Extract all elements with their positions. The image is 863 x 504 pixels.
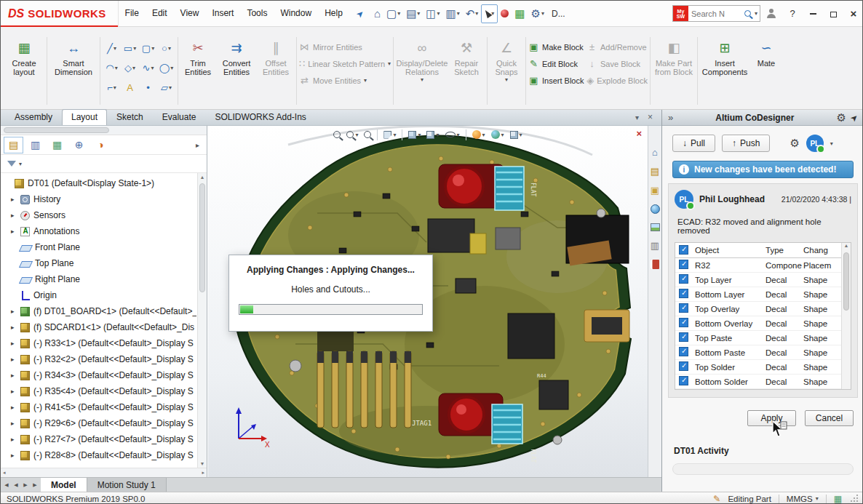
options-table-button[interactable]: ▦	[512, 4, 528, 23]
user-account-icon[interactable]	[766, 9, 776, 19]
table-scrollbar[interactable]: ▲	[841, 243, 851, 389]
design-library-icon[interactable]: ▤	[651, 167, 659, 176]
tree-item[interactable]: ▸ (-) R29<6> (Default<<Default>_Display …	[2, 415, 196, 431]
tree-item[interactable]: ▸ (-) R32<2> (Default<<Default>_Display …	[2, 351, 196, 367]
change-row[interactable]: R32 Compone Placem	[675, 258, 841, 273]
changes-notification[interactable]: i New changes have been detected!	[672, 161, 854, 178]
home-button[interactable]: ⌂	[371, 4, 383, 23]
feature-manager-tab[interactable]: ▤	[4, 137, 23, 153]
row-checkbox[interactable]	[679, 260, 688, 269]
tree-root-item[interactable]: DT01 (Default<Display State-1>)	[2, 175, 196, 191]
settings-button[interactable]: ⚙▾	[528, 4, 547, 23]
view-settings-icon[interactable]: ▾	[510, 131, 522, 139]
restore-button[interactable]	[823, 1, 843, 26]
search-options-icon[interactable]: ▾	[755, 10, 757, 17]
gray-component[interactable]	[496, 228, 520, 249]
mate-button[interactable]: ∽ Mate	[749, 37, 783, 68]
study-tab[interactable]: Model	[41, 478, 87, 492]
trim-entities-button[interactable]: ✂ Trim Entities	[180, 37, 215, 76]
print-button[interactable]: ▥▾	[443, 4, 463, 23]
display-manager-tab[interactable]: ◑	[91, 137, 111, 153]
ic-chip-1[interactable]	[428, 219, 474, 252]
tree-scrollbar-thumb[interactable]	[199, 183, 205, 292]
repair-sketch-button[interactable]: ⚒ Repair Sketch	[448, 37, 485, 76]
custom-properties-icon[interactable]: ▥	[651, 241, 659, 250]
heatsink-top[interactable]	[495, 167, 524, 210]
row-checkbox[interactable]	[679, 318, 688, 327]
tree-item[interactable]: ▸ Annotations	[2, 223, 196, 239]
filter-funnel-icon[interactable]	[7, 161, 16, 167]
edit-appearance-icon[interactable]: ▾	[472, 130, 485, 139]
column-header-type[interactable]: Type	[765, 246, 803, 255]
close-button[interactable]: ×	[843, 1, 863, 26]
forum-icon[interactable]	[651, 260, 659, 269]
expand-arrow-icon[interactable]: ▸	[11, 228, 19, 235]
row-checkbox[interactable]	[679, 332, 688, 342]
mirror-entities-button[interactable]: ⋈ Mirror Entities	[299, 41, 391, 52]
dimxpert-manager-tab[interactable]: ⊕	[69, 137, 89, 153]
point-tool-icon[interactable]: •	[139, 78, 157, 97]
tree-item[interactable]: ▸ (-) R35<4> (Default<<Default>_Display …	[2, 383, 196, 399]
command-tab[interactable]: Sketch	[107, 109, 153, 125]
menu-item[interactable]: Insert	[205, 1, 240, 26]
file-explorer-icon[interactable]: ▣	[651, 185, 659, 195]
menu-item[interactable]: Edit	[146, 1, 174, 26]
command-tab[interactable]: SOLIDWORKS Add-Ins	[205, 109, 315, 125]
tab-scroll-last-icon[interactable]: ▶	[31, 482, 39, 488]
study-tab[interactable]: Motion Study 1	[87, 478, 167, 492]
tab-scroll-left-icon[interactable]: ◀	[12, 482, 20, 488]
tree-item[interactable]: ▸ History	[2, 191, 196, 207]
rectangle-tool-icon[interactable]: ▭▾	[121, 39, 139, 58]
tab-scroll-first-icon[interactable]: ◀	[2, 482, 11, 488]
menu-item[interactable]: File	[119, 1, 146, 26]
menu-item[interactable]: Help	[318, 1, 349, 26]
tree-item[interactable]: ▸ (f) DT01_BOARD<1> (Default<<Default>_	[2, 303, 196, 319]
change-row[interactable]: Top Solder Decal Shape	[675, 360, 841, 375]
select-tool-button[interactable]: ▾	[481, 4, 498, 23]
units-selector[interactable]: MMGS ▾	[787, 495, 819, 503]
change-row[interactable]: Bottom Layer Decal Shape	[675, 287, 841, 302]
tab-close-icon[interactable]: ×	[648, 112, 653, 122]
tree-item[interactable]: ▸ Origin	[2, 287, 196, 303]
linear-sketch-pattern-button[interactable]: ∷ Linear Sketch Pattern ▾	[299, 58, 391, 69]
panel-top-scrollbar[interactable]	[1, 126, 207, 135]
quick-snaps-button[interactable]: ∠ Quick Snaps ▾	[490, 37, 523, 83]
panel-pin-icon[interactable]: ➤	[848, 111, 860, 124]
expand-arrow-icon[interactable]: ▸	[11, 420, 19, 427]
change-row[interactable]: Bottom Paste Decal Shape	[675, 345, 841, 360]
smart-dimension-button[interactable]: ↔ Smart Dimension	[49, 37, 98, 76]
row-checkbox[interactable]	[679, 289, 688, 298]
apply-scene-icon[interactable]: ▾	[491, 130, 504, 139]
hide-show-items-icon[interactable]: ▾	[445, 132, 460, 138]
push-button[interactable]: ↑Push	[722, 135, 770, 152]
open-button[interactable]: ▤▾	[403, 4, 423, 23]
ic-chip-2[interactable]	[508, 313, 554, 359]
offset-entities-button[interactable]: ∥ Offset Entities	[258, 37, 294, 76]
row-checkbox[interactable]	[679, 274, 688, 284]
undo-button[interactable]: ↶▾	[463, 4, 482, 23]
expand-arrow-icon[interactable]: ▸	[11, 388, 19, 395]
home-tab-icon[interactable]: ⌂	[652, 148, 658, 157]
new-document-button[interactable]: ▢▾	[383, 4, 403, 23]
cancel-button[interactable]: Cancel	[805, 410, 854, 426]
insert-block-button[interactable]: ▣ Insert Block	[528, 75, 586, 86]
expand-arrow-icon[interactable]: ▸	[11, 340, 19, 347]
row-checkbox[interactable]	[679, 347, 688, 356]
tree-item[interactable]: ▸ (-) R34<3> (Default<<Default>_Display …	[2, 367, 196, 383]
tag-icon[interactable]: ▦	[834, 494, 842, 504]
pull-button[interactable]: ↓Pull	[672, 135, 715, 152]
save-block-button[interactable]: ↓ Save Block	[586, 58, 648, 69]
solidworks-resources-icon[interactable]	[651, 204, 660, 214]
tree-item[interactable]: ▸ Front Plane	[2, 239, 196, 255]
panel-tab-overflow-icon[interactable]: ▸	[196, 141, 204, 149]
change-row[interactable]: Top Layer Decal Shape	[675, 273, 841, 287]
fillet-tool-icon[interactable]: ⌐▾	[103, 78, 121, 97]
panel-gear-icon[interactable]: ⚙	[836, 111, 846, 124]
column-header-change[interactable]: Chang	[803, 246, 841, 255]
section-view-icon[interactable]: ▾	[383, 131, 396, 139]
property-manager-tab[interactable]: ▥	[25, 137, 45, 153]
expand-arrow-icon[interactable]: ▸	[11, 452, 19, 459]
search-icon[interactable]	[744, 10, 751, 17]
make-block-button[interactable]: ▣ Make Block	[528, 41, 586, 52]
save-button[interactable]: ◫▾	[423, 4, 442, 23]
